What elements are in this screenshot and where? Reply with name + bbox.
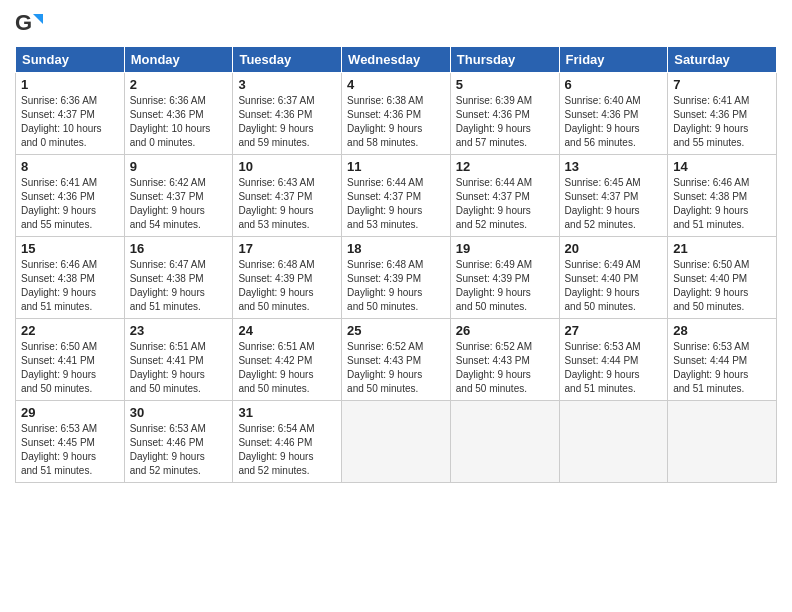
day-info: Sunrise: 6:53 AM Sunset: 4:46 PM Dayligh… xyxy=(130,422,228,478)
day-info: Sunrise: 6:52 AM Sunset: 4:43 PM Dayligh… xyxy=(456,340,554,396)
day-number: 11 xyxy=(347,159,445,174)
day-info: Sunrise: 6:50 AM Sunset: 4:41 PM Dayligh… xyxy=(21,340,119,396)
day-info: Sunrise: 6:48 AM Sunset: 4:39 PM Dayligh… xyxy=(238,258,336,314)
day-info: Sunrise: 6:41 AM Sunset: 4:36 PM Dayligh… xyxy=(21,176,119,232)
day-number: 26 xyxy=(456,323,554,338)
page-header: G xyxy=(15,10,777,38)
day-number: 29 xyxy=(21,405,119,420)
calendar-cell xyxy=(450,401,559,483)
calendar-cell: 23Sunrise: 6:51 AM Sunset: 4:41 PM Dayli… xyxy=(124,319,233,401)
calendar-cell: 28Sunrise: 6:53 AM Sunset: 4:44 PM Dayli… xyxy=(668,319,777,401)
day-info: Sunrise: 6:48 AM Sunset: 4:39 PM Dayligh… xyxy=(347,258,445,314)
calendar-cell: 5Sunrise: 6:39 AM Sunset: 4:36 PM Daylig… xyxy=(450,73,559,155)
calendar-cell: 6Sunrise: 6:40 AM Sunset: 4:36 PM Daylig… xyxy=(559,73,668,155)
day-info: Sunrise: 6:40 AM Sunset: 4:36 PM Dayligh… xyxy=(565,94,663,150)
day-number: 2 xyxy=(130,77,228,92)
day-number: 24 xyxy=(238,323,336,338)
day-info: Sunrise: 6:54 AM Sunset: 4:46 PM Dayligh… xyxy=(238,422,336,478)
calendar-cell: 15Sunrise: 6:46 AM Sunset: 4:38 PM Dayli… xyxy=(16,237,125,319)
calendar-cell xyxy=(342,401,451,483)
day-info: Sunrise: 6:53 AM Sunset: 4:44 PM Dayligh… xyxy=(565,340,663,396)
day-info: Sunrise: 6:46 AM Sunset: 4:38 PM Dayligh… xyxy=(21,258,119,314)
logo-icon: G xyxy=(15,10,43,38)
weekday-header-saturday: Saturday xyxy=(668,47,777,73)
weekday-header-row: SundayMondayTuesdayWednesdayThursdayFrid… xyxy=(16,47,777,73)
day-number: 14 xyxy=(673,159,771,174)
calendar-cell: 3Sunrise: 6:37 AM Sunset: 4:36 PM Daylig… xyxy=(233,73,342,155)
calendar-cell: 11Sunrise: 6:44 AM Sunset: 4:37 PM Dayli… xyxy=(342,155,451,237)
week-row-5: 29Sunrise: 6:53 AM Sunset: 4:45 PM Dayli… xyxy=(16,401,777,483)
calendar-cell xyxy=(668,401,777,483)
weekday-header-friday: Friday xyxy=(559,47,668,73)
calendar-cell: 4Sunrise: 6:38 AM Sunset: 4:36 PM Daylig… xyxy=(342,73,451,155)
week-row-1: 1Sunrise: 6:36 AM Sunset: 4:37 PM Daylig… xyxy=(16,73,777,155)
day-number: 23 xyxy=(130,323,228,338)
day-info: Sunrise: 6:50 AM Sunset: 4:40 PM Dayligh… xyxy=(673,258,771,314)
day-info: Sunrise: 6:41 AM Sunset: 4:36 PM Dayligh… xyxy=(673,94,771,150)
day-info: Sunrise: 6:49 AM Sunset: 4:40 PM Dayligh… xyxy=(565,258,663,314)
calendar-cell: 29Sunrise: 6:53 AM Sunset: 4:45 PM Dayli… xyxy=(16,401,125,483)
calendar-cell: 8Sunrise: 6:41 AM Sunset: 4:36 PM Daylig… xyxy=(16,155,125,237)
day-info: Sunrise: 6:49 AM Sunset: 4:39 PM Dayligh… xyxy=(456,258,554,314)
calendar-cell: 27Sunrise: 6:53 AM Sunset: 4:44 PM Dayli… xyxy=(559,319,668,401)
calendar-cell: 22Sunrise: 6:50 AM Sunset: 4:41 PM Dayli… xyxy=(16,319,125,401)
day-info: Sunrise: 6:46 AM Sunset: 4:38 PM Dayligh… xyxy=(673,176,771,232)
day-number: 27 xyxy=(565,323,663,338)
calendar-cell: 25Sunrise: 6:52 AM Sunset: 4:43 PM Dayli… xyxy=(342,319,451,401)
calendar-cell: 17Sunrise: 6:48 AM Sunset: 4:39 PM Dayli… xyxy=(233,237,342,319)
day-number: 9 xyxy=(130,159,228,174)
day-number: 10 xyxy=(238,159,336,174)
day-number: 13 xyxy=(565,159,663,174)
day-number: 28 xyxy=(673,323,771,338)
week-row-4: 22Sunrise: 6:50 AM Sunset: 4:41 PM Dayli… xyxy=(16,319,777,401)
calendar-cell: 2Sunrise: 6:36 AM Sunset: 4:36 PM Daylig… xyxy=(124,73,233,155)
calendar-cell: 30Sunrise: 6:53 AM Sunset: 4:46 PM Dayli… xyxy=(124,401,233,483)
weekday-header-thursday: Thursday xyxy=(450,47,559,73)
calendar-cell: 13Sunrise: 6:45 AM Sunset: 4:37 PM Dayli… xyxy=(559,155,668,237)
day-info: Sunrise: 6:43 AM Sunset: 4:37 PM Dayligh… xyxy=(238,176,336,232)
day-info: Sunrise: 6:44 AM Sunset: 4:37 PM Dayligh… xyxy=(347,176,445,232)
week-row-2: 8Sunrise: 6:41 AM Sunset: 4:36 PM Daylig… xyxy=(16,155,777,237)
day-number: 6 xyxy=(565,77,663,92)
day-number: 7 xyxy=(673,77,771,92)
day-number: 19 xyxy=(456,241,554,256)
day-number: 16 xyxy=(130,241,228,256)
day-number: 8 xyxy=(21,159,119,174)
calendar-cell: 1Sunrise: 6:36 AM Sunset: 4:37 PM Daylig… xyxy=(16,73,125,155)
svg-text:G: G xyxy=(15,10,32,35)
day-info: Sunrise: 6:39 AM Sunset: 4:36 PM Dayligh… xyxy=(456,94,554,150)
calendar-cell: 19Sunrise: 6:49 AM Sunset: 4:39 PM Dayli… xyxy=(450,237,559,319)
day-number: 18 xyxy=(347,241,445,256)
day-info: Sunrise: 6:36 AM Sunset: 4:36 PM Dayligh… xyxy=(130,94,228,150)
day-number: 21 xyxy=(673,241,771,256)
day-info: Sunrise: 6:45 AM Sunset: 4:37 PM Dayligh… xyxy=(565,176,663,232)
calendar-cell: 24Sunrise: 6:51 AM Sunset: 4:42 PM Dayli… xyxy=(233,319,342,401)
day-info: Sunrise: 6:38 AM Sunset: 4:36 PM Dayligh… xyxy=(347,94,445,150)
calendar-cell: 7Sunrise: 6:41 AM Sunset: 4:36 PM Daylig… xyxy=(668,73,777,155)
day-info: Sunrise: 6:53 AM Sunset: 4:44 PM Dayligh… xyxy=(673,340,771,396)
calendar-cell: 9Sunrise: 6:42 AM Sunset: 4:37 PM Daylig… xyxy=(124,155,233,237)
day-number: 20 xyxy=(565,241,663,256)
calendar-cell: 31Sunrise: 6:54 AM Sunset: 4:46 PM Dayli… xyxy=(233,401,342,483)
day-number: 1 xyxy=(21,77,119,92)
week-row-3: 15Sunrise: 6:46 AM Sunset: 4:38 PM Dayli… xyxy=(16,237,777,319)
svg-marker-1 xyxy=(33,14,43,24)
day-number: 31 xyxy=(238,405,336,420)
day-number: 30 xyxy=(130,405,228,420)
day-number: 25 xyxy=(347,323,445,338)
calendar-cell: 16Sunrise: 6:47 AM Sunset: 4:38 PM Dayli… xyxy=(124,237,233,319)
calendar-cell: 14Sunrise: 6:46 AM Sunset: 4:38 PM Dayli… xyxy=(668,155,777,237)
day-info: Sunrise: 6:47 AM Sunset: 4:38 PM Dayligh… xyxy=(130,258,228,314)
day-number: 3 xyxy=(238,77,336,92)
day-number: 15 xyxy=(21,241,119,256)
day-info: Sunrise: 6:53 AM Sunset: 4:45 PM Dayligh… xyxy=(21,422,119,478)
day-number: 12 xyxy=(456,159,554,174)
day-info: Sunrise: 6:51 AM Sunset: 4:41 PM Dayligh… xyxy=(130,340,228,396)
day-info: Sunrise: 6:42 AM Sunset: 4:37 PM Dayligh… xyxy=(130,176,228,232)
logo: G xyxy=(15,10,47,38)
day-info: Sunrise: 6:36 AM Sunset: 4:37 PM Dayligh… xyxy=(21,94,119,150)
day-info: Sunrise: 6:44 AM Sunset: 4:37 PM Dayligh… xyxy=(456,176,554,232)
calendar-cell: 12Sunrise: 6:44 AM Sunset: 4:37 PM Dayli… xyxy=(450,155,559,237)
calendar-cell xyxy=(559,401,668,483)
day-info: Sunrise: 6:52 AM Sunset: 4:43 PM Dayligh… xyxy=(347,340,445,396)
